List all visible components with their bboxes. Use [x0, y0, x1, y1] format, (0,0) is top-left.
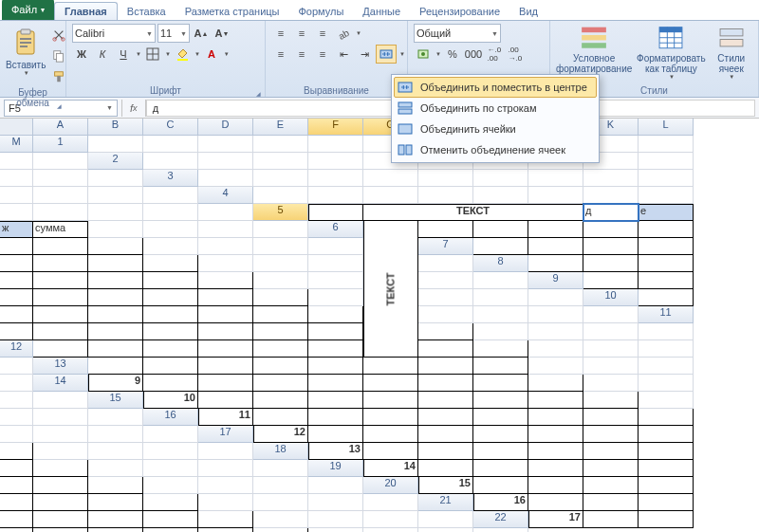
cell-J3[interactable] — [0, 187, 33, 204]
col-header-D[interactable]: D — [198, 119, 253, 136]
cell-F11[interactable] — [198, 323, 253, 340]
cell-L10[interactable] — [528, 306, 583, 323]
cell-E11[interactable] — [143, 323, 198, 340]
cell-D20[interactable] — [583, 477, 639, 494]
fx-button[interactable]: fx — [121, 100, 146, 117]
row-header-7[interactable]: 7 — [418, 238, 473, 255]
cell-A21[interactable]: 16 — [473, 494, 528, 511]
cell-J9[interactable] — [308, 289, 363, 306]
orientation-button[interactable]: ab — [334, 24, 353, 43]
merge-and-center-item[interactable]: Объединить и поместить в центре — [394, 77, 597, 98]
cell-D12[interactable] — [143, 340, 198, 358]
cell-E3[interactable] — [418, 170, 473, 187]
cell-H13[interactable] — [418, 358, 473, 375]
cell-C1[interactable] — [198, 136, 253, 153]
cell-G11[interactable] — [253, 323, 308, 340]
cell-B4[interactable] — [308, 187, 363, 204]
cell-I5[interactable]: сумма — [33, 221, 88, 238]
cell-K18[interactable] — [143, 460, 198, 477]
cell-J7[interactable] — [198, 255, 253, 272]
row-header-8[interactable]: 8 — [473, 255, 528, 272]
cell-D2[interactable] — [308, 153, 363, 170]
conditional-format-button[interactable]: Условное форматирование▼ — [556, 24, 632, 81]
row-header-20[interactable]: 20 — [363, 477, 418, 494]
cell-L13[interactable] — [639, 358, 694, 375]
cell-B16[interactable] — [253, 409, 308, 426]
cell-J6[interactable] — [143, 238, 198, 255]
cell-B11[interactable] — [0, 323, 33, 340]
cell-C17[interactable] — [363, 426, 418, 443]
cell-F14[interactable] — [363, 375, 418, 392]
cell-styles-button[interactable]: Стили ячеек▼ — [710, 24, 752, 81]
cell-B22[interactable] — [583, 511, 639, 528]
cell-A18[interactable]: 13 — [308, 443, 363, 460]
cell-F13[interactable] — [308, 358, 363, 375]
vertical-header-cell[interactable]: ТЕКСТ — [363, 221, 418, 358]
cell-I6[interactable] — [88, 238, 143, 255]
row-header-10[interactable]: 10 — [583, 289, 639, 306]
cell-K1[interactable] — [639, 136, 694, 153]
file-tab[interactable]: Файл — [2, 0, 54, 20]
row-header-2[interactable]: 2 — [88, 153, 143, 170]
group-font-label[interactable]: Шрифт — [72, 84, 259, 97]
cell-G6[interactable] — [0, 238, 33, 255]
cell-A1[interactable] — [88, 136, 143, 153]
cell-K9[interactable] — [418, 289, 473, 306]
cell-F5[interactable]: д — [583, 204, 639, 221]
cell-K16[interactable] — [33, 426, 88, 443]
cell-F22[interactable] — [88, 528, 143, 532]
cell-K11[interactable] — [528, 323, 583, 340]
increase-indent-button[interactable]: ⇥ — [355, 45, 374, 64]
cell-C14[interactable] — [198, 375, 253, 392]
row-header-3[interactable]: 3 — [143, 170, 198, 187]
col-header-E[interactable]: E — [253, 119, 308, 136]
cell-E20[interactable] — [639, 477, 694, 494]
cell-C10[interactable] — [0, 306, 33, 323]
cell-A2[interactable] — [143, 153, 198, 170]
cell-J4[interactable] — [33, 204, 88, 221]
cell-D11[interactable] — [88, 323, 143, 340]
cell-B2[interactable] — [198, 153, 253, 170]
cell-H19[interactable] — [33, 477, 88, 494]
row-header-14[interactable]: 14 — [33, 375, 88, 392]
cell-E18[interactable] — [528, 443, 583, 460]
cell-D1[interactable] — [253, 136, 308, 153]
cell-A15[interactable]: 10 — [143, 392, 198, 409]
cell-K12[interactable] — [583, 340, 639, 358]
cell-H10[interactable] — [253, 306, 308, 323]
cell-E7[interactable] — [639, 238, 694, 255]
cell-L3[interactable] — [88, 187, 143, 204]
cell-M18[interactable] — [253, 460, 308, 477]
cell-D16[interactable] — [363, 409, 418, 426]
cell-L9[interactable] — [473, 289, 528, 306]
cell-C21[interactable] — [583, 494, 639, 511]
cell-J11[interactable] — [473, 323, 528, 340]
merge-across-item[interactable]: Объединить по строкам — [394, 98, 597, 119]
cell-H16[interactable] — [583, 409, 639, 426]
cell-J18[interactable] — [88, 460, 143, 477]
cell-F15[interactable] — [418, 392, 473, 409]
cell-C9[interactable] — [639, 272, 694, 289]
cell-M1[interactable] — [33, 153, 88, 170]
cell-C13[interactable] — [143, 358, 198, 375]
cell-B18[interactable] — [363, 443, 418, 460]
cell-E8[interactable] — [0, 272, 33, 289]
font-size-combo[interactable]: 11▼ — [157, 24, 190, 43]
unmerge-cells-item[interactable]: Отменить объединение ячеек — [394, 139, 597, 160]
col-header-M[interactable]: M — [0, 136, 33, 153]
cell-I21[interactable] — [198, 511, 253, 528]
cell-D7[interactable] — [583, 238, 639, 255]
cell-I20[interactable] — [143, 494, 198, 511]
cell-E13[interactable] — [253, 358, 308, 375]
cell-B12[interactable] — [33, 340, 88, 358]
cell-A20[interactable]: 15 — [418, 477, 473, 494]
cell-D18[interactable] — [473, 443, 528, 460]
cell-J17[interactable] — [33, 443, 88, 460]
cell-M5[interactable] — [253, 221, 308, 238]
cell-H4[interactable] — [639, 187, 694, 204]
cell-B8[interactable] — [528, 255, 583, 272]
cell-A5[interactable] — [308, 204, 363, 221]
worksheet-grid[interactable]: ABCDEFGHIJKLM12345ТЕКСТдежсумма6ТЕКСТ789… — [0, 119, 759, 532]
cell-C12[interactable] — [88, 340, 143, 358]
cell-I10[interactable] — [308, 306, 363, 323]
